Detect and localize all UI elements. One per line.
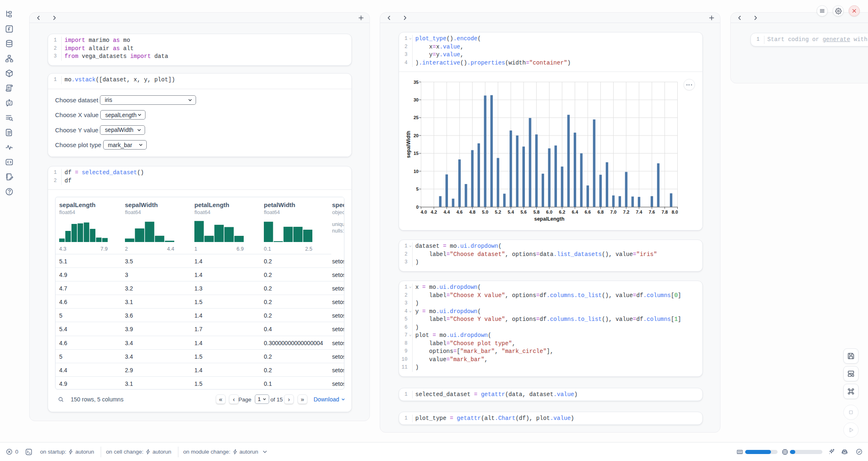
svg-text:35: 35 xyxy=(413,80,418,85)
svg-text:7.4: 7.4 xyxy=(636,210,642,214)
svg-text:8.0: 8.0 xyxy=(672,210,678,214)
svg-text:25: 25 xyxy=(413,115,418,120)
svg-text:30: 30 xyxy=(413,97,418,102)
svg-text:6.2: 6.2 xyxy=(559,210,565,214)
svg-text:5.2: 5.2 xyxy=(495,210,501,214)
svg-text:0: 0 xyxy=(416,205,418,210)
svg-text:sepalLength: sepalLength xyxy=(534,216,564,222)
svg-text:sepalWidth: sepalWidth xyxy=(406,131,411,158)
svg-text:7.6: 7.6 xyxy=(649,210,655,214)
svg-text:4.8: 4.8 xyxy=(469,210,475,214)
svg-text:5.6: 5.6 xyxy=(520,210,526,214)
svg-text:20: 20 xyxy=(413,133,418,138)
svg-text:5.8: 5.8 xyxy=(533,210,539,214)
svg-text:7.8: 7.8 xyxy=(661,210,667,214)
svg-text:7.2: 7.2 xyxy=(623,210,629,214)
svg-text:10: 10 xyxy=(413,169,418,174)
svg-text:6.4: 6.4 xyxy=(572,210,578,214)
svg-text:5.4: 5.4 xyxy=(508,210,514,214)
svg-text:6.0: 6.0 xyxy=(546,210,552,214)
svg-text:7.0: 7.0 xyxy=(610,210,616,214)
svg-text:5: 5 xyxy=(416,187,418,191)
svg-text:4.2: 4.2 xyxy=(431,210,437,214)
svg-text:5.0: 5.0 xyxy=(482,210,488,214)
svg-text:4.6: 4.6 xyxy=(456,210,462,214)
svg-text:6.6: 6.6 xyxy=(584,210,591,214)
svg-text:4.4: 4.4 xyxy=(443,210,450,214)
svg-text:6.8: 6.8 xyxy=(597,210,603,214)
svg-text:15: 15 xyxy=(413,151,418,156)
svg-text:4.0: 4.0 xyxy=(420,210,427,214)
